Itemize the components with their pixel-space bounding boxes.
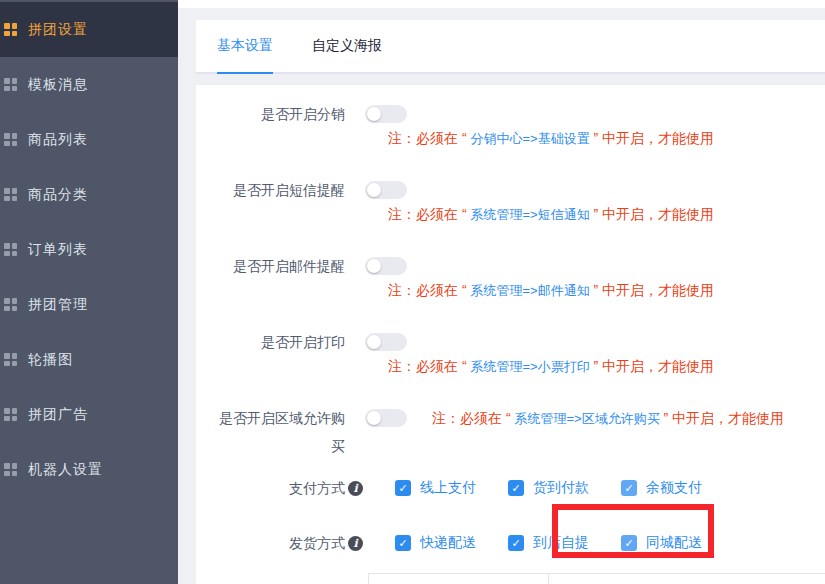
form-note: 注：必须在 “ 系统管理=>小票打印 ” 中开启，才能使用 [388,356,825,377]
sidebar-item-轮播图[interactable]: 轮播图 [0,332,178,387]
toggle-knob [367,335,381,349]
toggle-knob [367,411,381,425]
toggle-switch[interactable] [365,181,407,199]
sidebar-item-label: 商品分类 [28,186,88,204]
toggle-switch[interactable] [365,105,407,123]
form-label: 是否开启邮件提醒 [215,252,345,280]
sidebar-nav: 拼团设置 模板消息 商品列表 商品分类 订单列表 拼团管理 轮播图 拼团广告 机… [0,0,178,584]
form-label: 是否开启区域允许购买 [215,404,345,460]
toggle-switch[interactable] [365,409,407,427]
tab-自定义海报[interactable]: 自定义海报 [312,20,382,72]
toggle-knob [367,107,381,121]
checkbox-label[interactable]: 快递配送 [420,534,476,552]
info-icon[interactable]: i [348,536,363,551]
form-label: 是否开启短信提醒 [215,176,345,204]
checkbox-option-快递配送[interactable]: ✓ 快递配送 [395,529,476,557]
checkbox-checked-icon[interactable]: ✓ [621,480,637,496]
sidebar-item-label: 模板消息 [28,76,88,94]
checkbox-label[interactable]: 余额支付 [646,479,702,497]
checkbox-checked-icon[interactable]: ✓ [508,535,524,551]
sidebar-item-商品列表[interactable]: 商品列表 [0,112,178,167]
toggle-switch[interactable] [365,333,407,351]
note-text: 注：必须在 “ [388,282,470,298]
sidebar-item-label: 轮播图 [28,351,73,369]
checkbox-option-货到付款[interactable]: ✓ 货到付款 [508,474,589,502]
checkbox-checked-icon[interactable]: ✓ [395,480,411,496]
app-window: { "sidebar": { "items": [ { "label": "拼团… [0,0,825,584]
toggle-knob [367,259,381,273]
grid-menu-icon [4,78,17,91]
note-text: 注：必须在 “ [388,130,470,146]
checkbox-option-到店自提[interactable]: ✓ 到店自提 [508,529,589,557]
sidebar-item-label: 机器人设置 [28,461,103,479]
toggle-knob [367,183,381,197]
form-rows-container: 是否开启分销 注：必须在 “ 分销中心=>基础设置 ” 中开启，才能使用 是否开… [215,100,825,557]
tab-基本设置[interactable]: 基本设置 [217,20,273,72]
checkbox-option-同城配送[interactable]: ✓ 同城配送 [621,529,702,557]
note-link: 系统管理=>小票打印 [470,359,589,374]
note-text: 注：必须在 “ [432,410,514,426]
toggle-switch[interactable] [365,257,407,275]
sidebar-item-模板消息[interactable]: 模板消息 [0,57,178,112]
sidebar-item-label: 商品列表 [28,131,88,149]
settings-form-panel: 是否开启分销 注：必须在 “ 分销中心=>基础设置 ” 中开启，才能使用 是否开… [196,85,825,584]
checkbox-option-线上支付[interactable]: ✓ 线上支付 [395,474,476,502]
main-area: 基本设置 自定义海报 是否开启分销 注：必须在 “ 分销中心=>基础设置 ” 中… [178,0,825,584]
tab-bar: 基本设置 自定义海报 [196,20,825,74]
tab-label: 基本设置 [217,37,273,55]
info-icon[interactable]: i [348,481,363,496]
grid-menu-icon [4,133,17,146]
grid-menu-icon [4,463,17,476]
checkbox-checked-icon[interactable]: ✓ [621,535,637,551]
checkbox-checked-icon[interactable]: ✓ [395,535,411,551]
grid-menu-icon [4,243,17,256]
note-link: 系统管理=>短信通知 [470,207,589,222]
form-label: 发货方式 [215,529,345,557]
note-text: ” 中开启，才能使用 [590,206,714,222]
top-header-strip [178,0,825,8]
checkbox-option-余额支付[interactable]: ✓ 余额支付 [621,474,702,502]
grid-menu-icon [4,188,17,201]
note-text: ” 中开启，才能使用 [660,410,784,426]
table-column-divider [548,574,549,584]
tab-label: 自定义海报 [312,37,382,55]
form-note: 注：必须在 “ 系统管理=>短信通知 ” 中开启，才能使用 [388,204,825,225]
grid-menu-icon [4,408,17,421]
sidebar-item-订单列表[interactable]: 订单列表 [0,222,178,277]
grid-menu-icon [4,298,17,311]
form-note: 注：必须在 “ 系统管理=>邮件通知 ” 中开启，才能使用 [388,280,825,301]
note-link: 分销中心=>基础设置 [470,131,589,146]
form-row-checkbox-group: 支付方式 i ✓ 线上支付 ✓ 货到付款 ✓ 余额支付 [215,474,825,502]
checkbox-checked-icon[interactable]: ✓ [508,480,524,496]
sidebar-item-拼团管理[interactable]: 拼团管理 [0,277,178,332]
sidebar-item-拼团广告[interactable]: 拼团广告 [0,387,178,442]
form-label: 支付方式 [215,474,345,502]
table-edge-fragment [368,573,825,584]
checkbox-label[interactable]: 货到付款 [533,479,589,497]
sidebar-item-label: 订单列表 [28,241,88,259]
form-row-toggle: 是否开启邮件提醒 注：必须在 “ 系统管理=>邮件通知 ” 中开启，才能使用 [215,252,825,301]
checkbox-label[interactable]: 线上支付 [420,479,476,497]
sidebar-item-label: 拼团管理 [28,296,88,314]
form-row-checkbox-group: 发货方式 i ✓ 快递配送 ✓ 到店自提 ✓ 同城配送 [215,529,825,557]
note-text: ” 中开启，才能使用 [590,130,714,146]
sidebar-item-机器人设置[interactable]: 机器人设置 [0,442,178,497]
sidebar-item-商品分类[interactable]: 商品分类 [0,167,178,222]
checkbox-label[interactable]: 同城配送 [646,534,702,552]
form-row-toggle: 是否开启打印 注：必须在 “ 系统管理=>小票打印 ” 中开启，才能使用 [215,328,825,377]
grid-menu-icon [4,23,17,36]
form-label: 是否开启打印 [215,328,345,356]
note-text: 注：必须在 “ [388,358,470,374]
form-note: 注：必须在 “ 分销中心=>基础设置 ” 中开启，才能使用 [388,128,825,149]
note-text: ” 中开启，才能使用 [590,282,714,298]
note-text: 注：必须在 “ [388,206,470,222]
sidebar-item-label: 拼团广告 [28,406,88,424]
sidebar-item-label: 拼团设置 [28,21,88,39]
checkbox-label[interactable]: 到店自提 [533,534,589,552]
note-link: 系统管理=>区域允许购买 [514,411,659,426]
form-row-toggle: 是否开启区域允许购买 注：必须在 “ 系统管理=>区域允许购买 ” 中开启，才能… [215,404,825,460]
form-note: 注：必须在 “ 系统管理=>区域允许购买 ” 中开启，才能使用 [432,404,784,433]
form-row-toggle: 是否开启短信提醒 注：必须在 “ 系统管理=>短信通知 ” 中开启，才能使用 [215,176,825,225]
sidebar-item-拼团设置[interactable]: 拼团设置 [0,2,178,57]
note-text: ” 中开启，才能使用 [590,358,714,374]
